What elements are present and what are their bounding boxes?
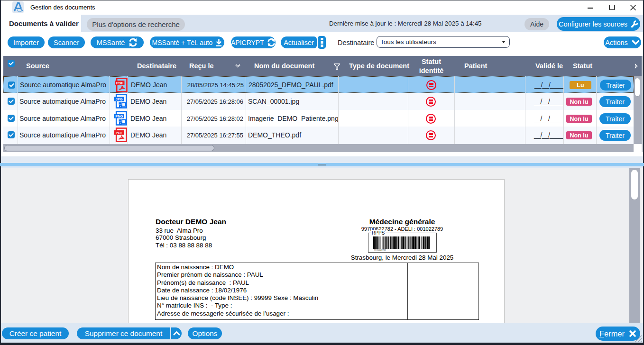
svg-text:PDF: PDF	[116, 131, 123, 135]
svg-text:99700622782: 99700622782	[374, 249, 386, 251]
svg-text:PDF: PDF	[116, 81, 123, 85]
svg-text:PNG: PNG	[115, 114, 123, 118]
svg-text:JPG: JPG	[116, 97, 123, 101]
